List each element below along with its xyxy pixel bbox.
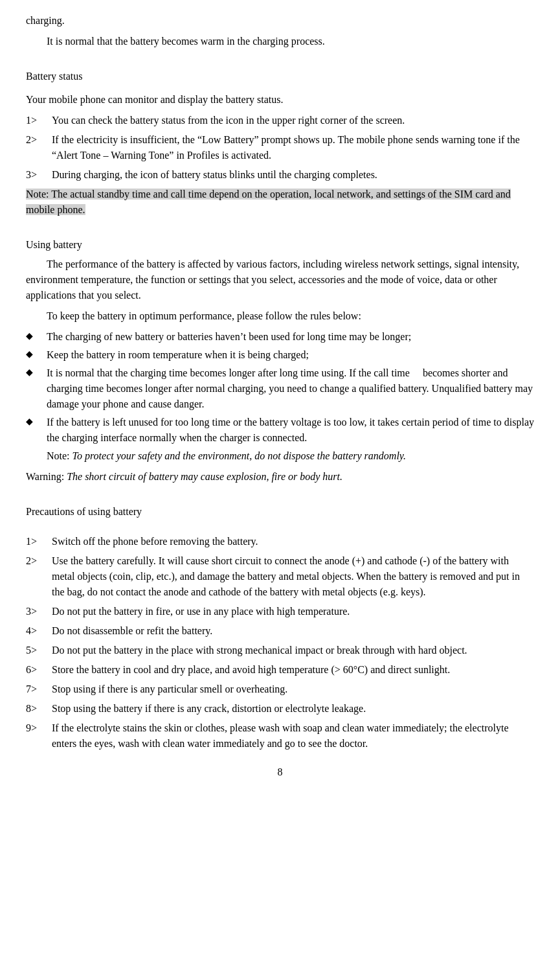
list-content: Stop using if there is any particular sm…	[52, 682, 534, 697]
list-item: 3> Do not put the battery in fire, or us…	[26, 604, 534, 619]
battery-status-heading: Battery status	[26, 69, 534, 84]
list-content: You can check the battery status from th…	[52, 113, 534, 128]
list-content: If the electrolyte stains the skin or cl…	[52, 720, 534, 752]
list-item: The charging of new battery or batteries…	[26, 329, 534, 345]
list-content: Do not put the battery in fire, or use i…	[52, 604, 534, 619]
using-battery-para2: To keep the battery in optimum performan…	[26, 308, 534, 324]
charging-note: charging.	[26, 13, 534, 29]
list-num: 2>	[26, 553, 52, 600]
precautions-heading: Precautions of using battery	[26, 504, 534, 520]
normal-temp-text: It is normal that the battery becomes wa…	[26, 34, 534, 49]
list-content: If the electricity is insufficient, the …	[52, 132, 534, 163]
list-num: 2>	[26, 132, 52, 163]
list-content: Switch off the phone before removing the…	[52, 534, 534, 549]
list-content: Store the battery in cool and dry place,…	[52, 662, 534, 678]
list-item: 9> If the electrolyte stains the skin or…	[26, 720, 534, 752]
using-battery-heading: Using battery	[26, 237, 534, 253]
using-battery-para1: The performance of the battery is affect…	[26, 257, 534, 303]
list-item: It is normal that the charging time beco…	[26, 365, 534, 412]
warning-italic-text: The short circuit of battery may cause e…	[67, 471, 342, 482]
list-num: 1>	[26, 113, 52, 128]
list-item: 7> Stop using if there is any particular…	[26, 682, 534, 697]
battery-status-intro: Your mobile phone can monitor and displa…	[26, 92, 534, 108]
list-num: 6>	[26, 662, 52, 678]
list-num: 3>	[26, 167, 52, 183]
list-num: 5>	[26, 643, 52, 658]
list-content: Use the battery carefully. It will cause…	[52, 553, 534, 600]
warning-text: Warning: The short circuit of battery ma…	[26, 469, 534, 485]
bullet-list: The charging of new battery or batteries…	[26, 329, 534, 446]
list-content: During charging, the icon of battery sta…	[52, 167, 534, 183]
battery-status-list: 1> You can check the battery status from…	[26, 113, 534, 183]
note-italic-italic: To protect your safety and the environme…	[73, 450, 407, 461]
list-item: 8> Stop using the battery if there is an…	[26, 701, 534, 717]
note-highlighted: Note: The actual standby time and call t…	[26, 187, 534, 218]
list-item: 3> During charging, the icon of battery …	[26, 167, 534, 183]
list-item: 1> You can check the battery status from…	[26, 113, 534, 128]
list-sub-content	[412, 367, 423, 378]
list-num: 4>	[26, 623, 52, 639]
list-item: 1> Switch off the phone before removing …	[26, 534, 534, 549]
page-number: 8	[26, 764, 534, 780]
list-item: 6> Store the battery in cool and dry pla…	[26, 662, 534, 678]
list-content: Stop using the battery if there is any c…	[52, 701, 534, 717]
list-num: 3>	[26, 604, 52, 619]
list-item: 2> If the electricity is insufficient, t…	[26, 132, 534, 163]
list-item: If the battery is left unused for too lo…	[26, 415, 534, 446]
list-item: 4> Do not disassemble or refit the batte…	[26, 623, 534, 639]
list-item: Keep the battery in room temperature whe…	[26, 347, 534, 363]
list-num: 8>	[26, 701, 52, 717]
highlighted-text: Note: The actual standby time and call t…	[26, 189, 511, 215]
precautions-list: 1> Switch off the phone before removing …	[26, 534, 534, 752]
list-item: 2> Use the battery carefully. It will ca…	[26, 553, 534, 600]
list-item: 5> Do not put the battery in the place w…	[26, 643, 534, 658]
list-num: 9>	[26, 720, 52, 752]
note-italic-text: Note: To protect your safety and the env…	[26, 448, 534, 464]
list-content: Do not disassemble or refit the battery.	[52, 623, 534, 639]
list-content: Do not put the battery in the place with…	[52, 643, 534, 658]
page-content: charging. It is normal that the battery …	[26, 13, 534, 780]
list-num: 7>	[26, 682, 52, 697]
list-num: 1>	[26, 534, 52, 549]
